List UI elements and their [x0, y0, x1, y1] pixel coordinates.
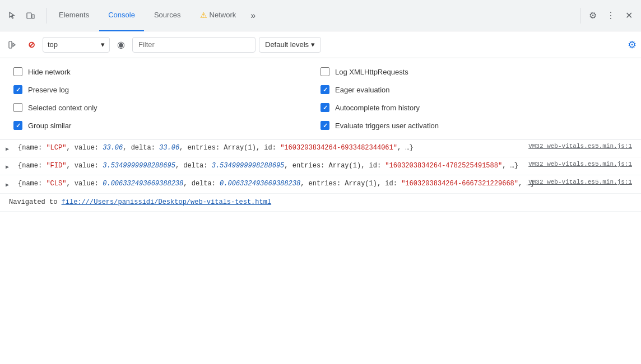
tab-sources[interactable]: Sources [145, 0, 190, 31]
eye-button[interactable]: ◉ [113, 37, 129, 53]
selected-context-checkbox[interactable] [13, 103, 22, 112]
log-level-selector[interactable]: Default levels ▾ [259, 37, 321, 53]
source-link-cls[interactable]: VM32 web-vitals.es5.min.js:1 [528, 178, 632, 188]
navigated-text: Navigated to [9, 198, 57, 206]
more-tabs-icon: » [250, 11, 256, 21]
evaluate-triggers-checkbox[interactable] [320, 121, 329, 130]
tab-bar-right: ⚙ ⋮ ✕ [578, 8, 637, 24]
hide-network-checkbox[interactable] [13, 67, 22, 76]
tab-network[interactable]: ⚠ Network [191, 0, 245, 31]
expand-fid-button[interactable]: ▶ [6, 163, 9, 172]
expand-cls-button[interactable]: ▶ [6, 181, 9, 190]
autocomplete-history-checkbox[interactable] [320, 103, 329, 112]
more-options-button[interactable]: ⋮ [603, 8, 619, 24]
context-selector[interactable]: top ▾ [43, 37, 110, 53]
right-divider [580, 8, 580, 24]
eye-icon: ◉ [117, 39, 125, 50]
setting-autocomplete-history[interactable]: Autocomplete from history [320, 99, 628, 116]
cursor-icon[interactable] [4, 8, 20, 24]
tab-divider [46, 8, 47, 24]
console-entry-cls: ▶ VM32 web-vitals.es5.min.js:1 {name: "C… [0, 175, 641, 193]
block-button[interactable]: ⊘ [24, 37, 39, 53]
setting-preserve-log[interactable]: Preserve log [13, 81, 320, 99]
execute-button[interactable] [4, 37, 20, 53]
device-toolbar-icon[interactable] [22, 8, 38, 24]
preserve-log-checkbox[interactable] [13, 85, 22, 94]
group-similar-checkbox[interactable] [13, 121, 22, 130]
setting-hide-network[interactable]: Hide network [13, 63, 320, 81]
source-link-fid[interactable]: VM32 web-vitals.es5.min.js:1 [528, 160, 632, 170]
setting-eager-eval[interactable]: Eager evaluation [320, 81, 628, 99]
tab-elements[interactable]: Elements [50, 0, 98, 31]
tab-bar-icons [4, 8, 38, 24]
eager-eval-checkbox[interactable] [320, 85, 329, 94]
tab-bar: Elements Console Sources ⚠ Network » ⚙ ⋮… [0, 0, 641, 31]
expand-lcp-button[interactable]: ▶ [6, 145, 9, 154]
close-icon: ✕ [625, 10, 633, 21]
settings-left: Hide network Preserve log Selected conte… [13, 63, 320, 134]
tab-console[interactable]: Console [99, 0, 144, 31]
log-xmlhttp-checkbox[interactable] [320, 67, 329, 76]
console-entry-navigation: Navigated to file:///Users/panissidi/Des… [0, 194, 641, 212]
svg-rect-2 [9, 41, 12, 48]
source-link-lcp[interactable]: VM32 web-vitals.es5.min.js:1 [528, 142, 632, 152]
svg-rect-1 [32, 15, 34, 18]
setting-group-similar[interactable]: Group similar [13, 116, 320, 134]
settings-panel: Hide network Preserve log Selected conte… [0, 58, 641, 139]
filter-input[interactable] [132, 37, 256, 53]
setting-evaluate-triggers[interactable]: Evaluate triggers user activation [320, 116, 628, 134]
console-toolbar: ⊘ top ▾ ◉ Default levels ▾ ⚙ [0, 31, 641, 58]
settings-button[interactable]: ⚙ [585, 8, 601, 24]
setting-log-xmlhttp[interactable]: Log XMLHttpRequests [320, 63, 628, 81]
close-button[interactable]: ✕ [621, 8, 637, 24]
more-vert-icon: ⋮ [606, 10, 615, 21]
warning-icon: ⚠ [200, 11, 207, 20]
console-output: ▶ VM32 web-vitals.es5.min.js:1 {name: "L… [0, 139, 641, 351]
console-entry-lcp: ▶ VM32 web-vitals.es5.min.js:1 {name: "L… [0, 139, 641, 157]
console-settings-icon[interactable]: ⚙ [628, 39, 637, 51]
navigation-url[interactable]: file:///Users/panissidi/Desktop/web-vita… [62, 198, 271, 206]
settings-right: Log XMLHttpRequests Eager evaluation Aut… [320, 63, 628, 134]
more-tabs-button[interactable]: » [246, 0, 260, 31]
console-entry-fid: ▶ VM32 web-vitals.es5.min.js:1 {name: "F… [0, 157, 641, 175]
gear-icon: ⚙ [589, 10, 597, 21]
dropdown-arrow-icon: ▾ [101, 40, 105, 49]
ban-icon: ⊘ [28, 40, 35, 50]
levels-dropdown-icon: ▾ [311, 40, 315, 49]
svg-rect-0 [27, 13, 31, 18]
setting-selected-context[interactable]: Selected context only [13, 99, 320, 116]
